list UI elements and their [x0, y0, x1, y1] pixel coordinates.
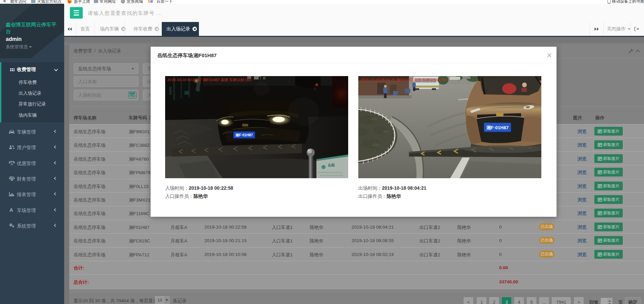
svg-text:岳阳: 岳阳: [328, 163, 335, 167]
svg-text:2019-10-18 00:22:57 湘F01H87 蓝牌: 2019-10-18 00:22:57 湘F01H87 蓝牌 车牌识别:165: [167, 78, 251, 82]
svg-text:湘F·01H87: 湘F·01H87: [486, 125, 509, 130]
svg-text:2019-10-18 08:04:20 湘F01H87 监控: 2019-10-18 08:04:20 湘F01H87 监控 车牌识别(170): [360, 78, 446, 82]
svg-text:湘F·01H87: 湘F·01H87: [235, 133, 253, 137]
